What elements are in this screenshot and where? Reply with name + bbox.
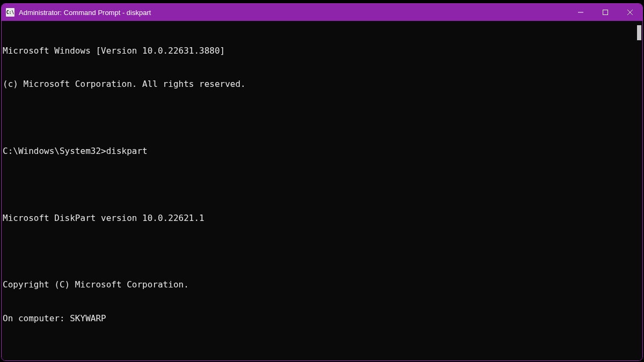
terminal-line: Microsoft DiskPart version 10.0.22621.1 [3,213,641,224]
terminal-line [3,112,641,123]
terminal-line: C:\Windows\System32>diskpart [3,146,641,157]
terminal-line: Copyright (C) Microsoft Corporation. [3,279,641,291]
svg-rect-1 [603,10,608,15]
terminal-line: Microsoft Windows [Version 10.0.22631.38… [3,46,641,57]
minimize-button[interactable] [568,4,593,21]
terminal-line: (c) Microsoft Corporation. All rights re… [3,79,641,90]
terminal-line [3,179,641,190]
close-button[interactable] [618,4,642,21]
scrollbar-thumb[interactable] [637,25,641,40]
cmd-icon: C:\ [6,8,14,17]
window-controls [568,4,642,21]
maximize-button[interactable] [593,4,618,21]
terminal-line [3,246,641,257]
terminal-output[interactable]: Microsoft Windows [Version 10.0.22631.38… [2,21,642,360]
command-prompt-window: C:\ Administrator: Command Prompt - disk… [1,3,643,361]
titlebar[interactable]: C:\ Administrator: Command Prompt - disk… [2,4,642,21]
terminal-line [3,346,641,358]
window-title: Administrator: Command Prompt - diskpart [19,9,151,17]
terminal-line: On computer: SKYWARP [3,313,641,324]
